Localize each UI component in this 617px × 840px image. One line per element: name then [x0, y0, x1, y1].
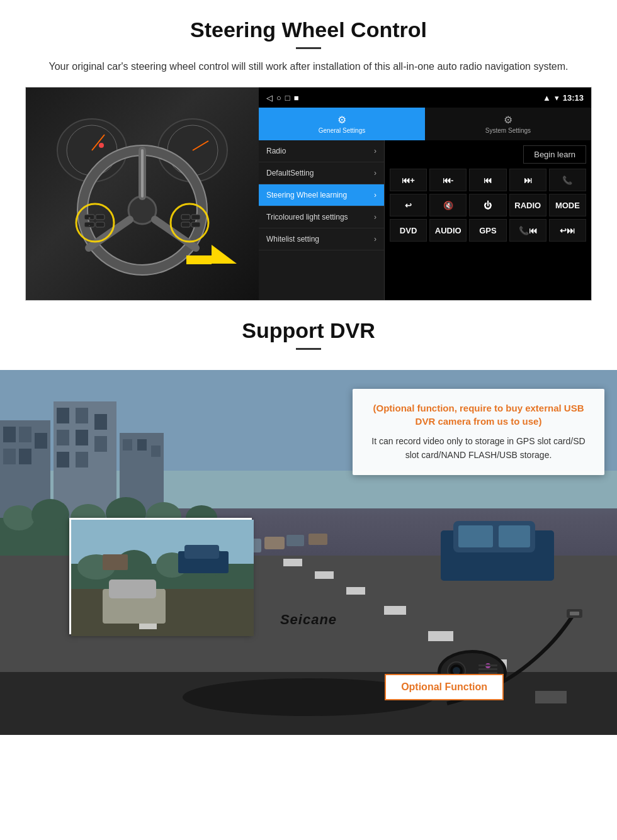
ctrl-next[interactable]: ⏭ — [509, 169, 546, 191]
tab-general-settings[interactable]: ⚙ General Settings — [259, 108, 425, 140]
status-icons-right: ▲ ▾ 13:13 — [543, 93, 584, 103]
ctrl-call-prev[interactable]: 📞⏮ — [509, 219, 546, 242]
svg-rect-67 — [286, 535, 304, 546]
steering-wheel-svg: + - — [42, 100, 243, 289]
svg-rect-88 — [184, 545, 219, 559]
menu-radio-label: Radio — [266, 147, 286, 155]
svg-rect-44 — [76, 452, 88, 468]
general-settings-icon: ⚙ — [337, 114, 346, 126]
dvr-info-card: (Optional function, require to buy exter… — [353, 389, 604, 475]
dvr-demo-area: (Optional function, require to buy exter… — [0, 370, 617, 735]
dvr-optional-title: (Optional function, require to buy exter… — [365, 401, 592, 428]
svg-rect-103 — [478, 668, 497, 670]
support-dvr-section: Support DVR — [0, 301, 617, 735]
ctrl-audio[interactable]: AUDIO — [429, 219, 467, 242]
ctrl-mute[interactable]: 🔇 — [429, 194, 467, 216]
ctrl-back-next[interactable]: ↩⏭ — [549, 219, 586, 242]
steering-wheel-photo: + - — [26, 87, 259, 301]
ctrl-gps[interactable]: GPS — [469, 219, 506, 242]
menu-item-whitelist[interactable]: Whitelist setting › — [259, 228, 384, 250]
wifi-icon: ▾ — [555, 93, 559, 103]
section-title: Steering Wheel Control — [25, 18, 592, 42]
general-settings-label: General Settings — [319, 127, 366, 134]
nav-home-icon: ○ — [276, 93, 281, 103]
svg-rect-46 — [123, 439, 132, 451]
menu-item-tricoloured[interactable]: Tricoloured light settings › — [259, 206, 384, 228]
ctrl-dvd[interactable]: DVD — [390, 219, 427, 242]
svg-rect-39 — [94, 414, 107, 430]
menu-default-arrow: › — [374, 169, 376, 177]
menu-steering-label: Steering Wheel learning — [266, 191, 347, 199]
svg-rect-72 — [499, 525, 530, 547]
tab-system-settings[interactable]: ⚙ System Settings — [425, 108, 591, 140]
svg-point-50 — [3, 505, 35, 530]
svg-rect-68 — [308, 534, 327, 545]
ctrl-vol-down[interactable]: ⏮- — [429, 169, 467, 191]
status-time: 13:13 — [563, 93, 584, 103]
menu-item-default-setting[interactable]: DefaultSetting › — [259, 162, 384, 184]
ctrl-prev[interactable]: ⏮ — [469, 169, 506, 191]
ctrl-back[interactable]: ↩ — [390, 194, 427, 216]
status-bar: ◁ ○ □ ■ ▲ ▾ 13:13 — [259, 87, 591, 108]
svg-rect-32 — [19, 427, 31, 442]
begin-learn-row: Begin learn — [390, 145, 586, 164]
ctrl-power[interactable]: ⏻ — [469, 194, 506, 216]
svg-rect-66 — [264, 537, 285, 549]
svg-rect-71 — [458, 525, 493, 547]
dvr-thumbnail-image — [69, 518, 252, 634]
menu-radio-arrow: › — [374, 147, 376, 155]
menu-default-label: DefaultSetting — [266, 169, 314, 177]
svg-rect-42 — [94, 436, 107, 452]
svg-rect-38 — [76, 408, 88, 423]
dvr-background-photo: (Optional function, require to buy exter… — [0, 370, 617, 735]
svg-rect-91 — [109, 580, 156, 598]
nav-back-icon: ◁ — [266, 93, 273, 103]
signal-icon: ▲ — [543, 93, 551, 103]
menu-item-radio[interactable]: Radio › — [259, 140, 384, 162]
svg-rect-24 — [191, 215, 200, 220]
svg-rect-20 — [96, 222, 105, 227]
menu-tricoloured-label: Tricoloured light settings — [266, 213, 348, 221]
svg-rect-59 — [346, 587, 365, 595]
svg-point-51 — [31, 499, 69, 530]
svg-rect-31 — [3, 427, 16, 442]
svg-rect-25 — [191, 222, 200, 227]
svg-rect-48 — [151, 445, 161, 457]
svg-rect-33 — [35, 433, 47, 449]
menu-whitelist-arrow: › — [374, 235, 376, 244]
svg-rect-23 — [181, 222, 190, 227]
ctrl-call[interactable]: 📞 — [549, 169, 586, 191]
ctrl-radio[interactable]: RADIO — [509, 194, 546, 216]
svg-rect-37 — [57, 408, 69, 423]
control-buttons-grid: ⏮+ ⏮- ⏮ ⏭ 📞 ↩ 🔇 ⏻ RADIO MODE DVD AUDIO — [390, 169, 586, 242]
svg-rect-58 — [315, 571, 334, 579]
controls-panel: Begin learn ⏮+ ⏮- ⏮ ⏭ 📞 ↩ 🔇 ⏻ RADIO — [385, 140, 591, 300]
dvr-description: It can record video only to storage in G… — [365, 434, 592, 462]
svg-rect-93 — [570, 612, 579, 615]
optional-btn-container: Optional Function — [385, 674, 504, 700]
status-icons-left: ◁ ○ □ ■ — [266, 93, 299, 103]
settings-menu: Radio › DefaultSetting › Steering Wheel … — [259, 140, 385, 300]
begin-learn-button[interactable]: Begin learn — [523, 145, 586, 164]
svg-point-6 — [99, 143, 104, 148]
dvr-title-divider — [296, 348, 321, 350]
title-divider — [296, 47, 321, 49]
svg-rect-47 — [137, 439, 147, 451]
ctrl-mode[interactable]: MODE — [549, 194, 586, 216]
dvr-thumbnail-svg — [71, 520, 254, 636]
svg-rect-40 — [57, 430, 69, 445]
system-settings-icon: ⚙ — [504, 114, 512, 126]
settings-body: Radio › DefaultSetting › Steering Wheel … — [259, 140, 591, 300]
menu-tricoloured-arrow: › — [374, 213, 376, 221]
svg-rect-19 — [96, 215, 105, 220]
svg-rect-22 — [181, 215, 190, 220]
ctrl-vol-up[interactable]: ⏮+ — [390, 169, 427, 191]
settings-tabs[interactable]: ⚙ General Settings ⚙ System Settings — [259, 108, 591, 140]
svg-marker-26 — [212, 245, 237, 264]
optional-function-button[interactable]: Optional Function — [385, 674, 504, 700]
svg-text:+: + — [88, 216, 91, 220]
svg-rect-41 — [76, 430, 88, 445]
seicane-logo: Seicane — [280, 612, 337, 628]
menu-item-steering-wheel[interactable]: Steering Wheel learning › — [259, 184, 384, 206]
steering-wheel-section: Steering Wheel Control Your original car… — [0, 0, 617, 301]
